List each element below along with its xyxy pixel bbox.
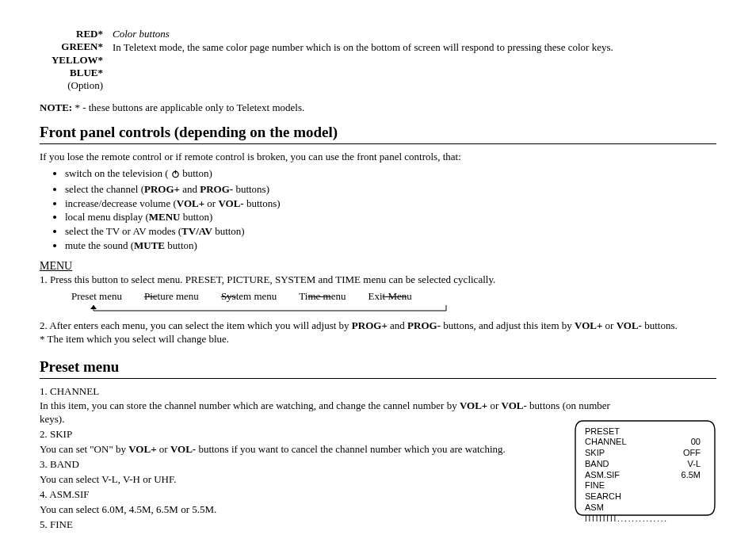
preset-body: 1. CHANNEL In this item, you can store t… — [40, 385, 610, 536]
text: or — [204, 197, 218, 209]
red-label: RED* — [76, 28, 103, 40]
front-panel-list: switch on the television ( button) selec… — [40, 167, 716, 253]
preset-1-text: In this item, you can store the channel … — [40, 399, 610, 426]
tv-content: PRESET CHANNEL00 SKIPOFF BANDV-L ASM.SIF… — [585, 426, 705, 510]
text: or — [487, 399, 501, 411]
menu-line2: 2. After enters each menu, you can selec… — [40, 319, 716, 333]
menu-item-picture: Picture menu — [144, 290, 199, 304]
tv-key: CHANNEL — [585, 437, 627, 448]
text: MENU — [149, 211, 181, 223]
list-item: switch on the television ( button) — [65, 167, 716, 182]
color-buttons-title: Color buttons — [113, 28, 613, 41]
tv-progress-bar: I I I I I I I I I . . . . . . . . . . . … — [585, 514, 705, 524]
menu-item-time: Time menu — [299, 290, 346, 304]
text: VOL+ — [177, 197, 204, 209]
list-item: local menu display (MENU button) — [65, 211, 716, 224]
color-buttons-block: RED* GREEN* YELLOW* BLUE* (Option) Color… — [40, 28, 716, 92]
tv-key: SKIP — [585, 448, 605, 459]
menu-cycle-arrow — [78, 304, 716, 315]
preset-3-title: 3. BAND — [40, 458, 610, 472]
menu-cycle-row: Preset menu Picture menu System menu Tim… — [71, 290, 716, 304]
text: buttons if you want to cancel the channe… — [196, 443, 506, 455]
text: buttons) — [233, 183, 269, 195]
tv-key: BAND — [585, 459, 609, 470]
text: You can set "ON" by — [40, 443, 128, 455]
tv-key: ASM — [585, 503, 604, 514]
green-label: GREEN* — [61, 40, 103, 52]
text: VOL- — [218, 197, 243, 209]
text: VOL+ — [575, 319, 602, 331]
text: ture menu — [158, 290, 199, 302]
divider — [40, 143, 716, 144]
text: VOL- — [502, 399, 527, 411]
option-label: (Option) — [40, 79, 103, 92]
tv-title: PRESET — [585, 426, 620, 438]
text: PROG- — [200, 183, 233, 195]
tv-key: SEARCH — [585, 491, 621, 503]
text: tem menu — [236, 290, 277, 302]
text: In this item, you can store the channel … — [40, 399, 460, 411]
text: switch on the television ( — [65, 167, 171, 179]
preset-section: 1. CHANNEL In this item, you can store t… — [40, 385, 716, 536]
divider — [40, 378, 716, 379]
text: 2. After enters each menu, you can selec… — [40, 319, 352, 331]
tv-val: 6.5M — [682, 470, 705, 481]
preset-2-text: You can set "ON" by VOL+ or VOL- buttons… — [40, 443, 610, 457]
preset-1-title: 1. CHANNEL — [40, 385, 610, 399]
tv-key: FINE — [585, 480, 605, 491]
preset-heading: Preset menu — [40, 357, 716, 377]
text: increase/decrease volume ( — [65, 197, 177, 209]
text: button) — [180, 167, 212, 179]
text: u — [407, 290, 412, 302]
text: VOL- — [617, 319, 642, 331]
text: and — [388, 319, 407, 331]
preset-4-title: 4. ASM.SIF — [40, 488, 610, 502]
preset-4-text: You can select 6.0M, 4.5M, 6.5M or 5.5M. — [40, 503, 610, 517]
text: and — [180, 183, 200, 195]
text: select the TV or AV modes ( — [65, 225, 181, 237]
text: Sys — [221, 290, 236, 302]
text: MUTE — [134, 239, 165, 251]
text: or — [602, 319, 616, 331]
menu-heading: MENU — [40, 259, 716, 273]
list-item: select the TV or AV modes (TV/AV button) — [65, 225, 716, 239]
text: t Men — [383, 290, 407, 302]
text: TV/AV — [181, 225, 212, 237]
preset-5-title: 5. FINE — [40, 518, 610, 532]
color-buttons-text: In Teletext mode, the same color page nu… — [113, 41, 613, 55]
text: VOL- — [170, 443, 196, 455]
front-panel-intro: If you lose the remote control or if rem… — [40, 151, 716, 164]
color-buttons-description: Color buttons In Teletext mode, the same… — [113, 28, 613, 92]
note-text: * - these buttons are applicable only to… — [72, 101, 304, 113]
text: me m — [307, 290, 330, 302]
text: buttons. — [642, 319, 678, 331]
text: local menu display ( — [65, 211, 149, 223]
text: buttons, and adjust this item by — [441, 319, 575, 331]
menu-line3: * The item which you select will change … — [40, 333, 716, 346]
text: Exi — [368, 290, 382, 302]
note-line: NOTE: * - these buttons are applicable o… — [40, 101, 716, 115]
tv-screen-illustration: PRESET CHANNEL00 SKIPOFF BANDV-L ASM.SIF… — [574, 418, 716, 518]
list-item: mute the sound (MUTE button) — [65, 239, 716, 253]
menu-item-system: System menu — [221, 290, 277, 304]
text: select the channel ( — [65, 183, 144, 195]
list-item: select the channel (PROG+ and PROG- butt… — [65, 183, 716, 197]
text: VOL+ — [128, 443, 156, 455]
text: or — [157, 443, 170, 455]
blue-label: BLUE* — [70, 67, 103, 78]
yellow-label: YELLOW* — [52, 54, 103, 66]
text: PROG- — [407, 319, 441, 331]
tv-key: ASM.SIF — [585, 470, 620, 481]
tv-val: OFF — [683, 448, 705, 459]
text: enu — [331, 290, 346, 302]
text: PROG+ — [144, 183, 180, 195]
preset-2-title: 2. SKIP — [40, 428, 610, 441]
tv-val: V-L — [687, 459, 705, 470]
color-button-labels: RED* GREEN* YELLOW* BLUE* (Option) — [40, 28, 113, 92]
text: Pic — [144, 290, 158, 302]
text: Ti — [299, 290, 307, 302]
menu-item-exit: Exit Menu — [368, 290, 411, 304]
text: VOL+ — [460, 399, 487, 411]
text: button) — [212, 225, 245, 237]
power-icon — [171, 169, 180, 182]
